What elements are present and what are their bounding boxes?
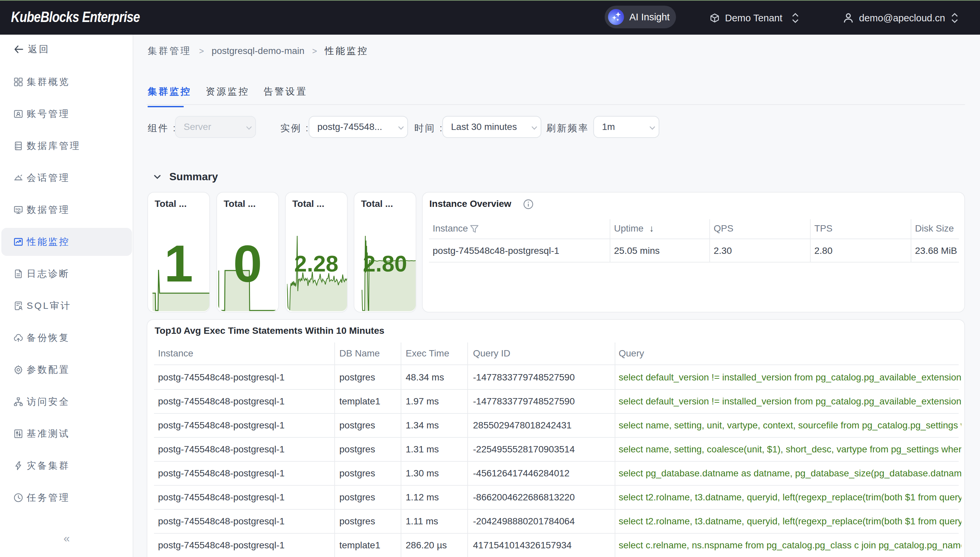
svg-text:SQL: SQL <box>15 208 21 211</box>
